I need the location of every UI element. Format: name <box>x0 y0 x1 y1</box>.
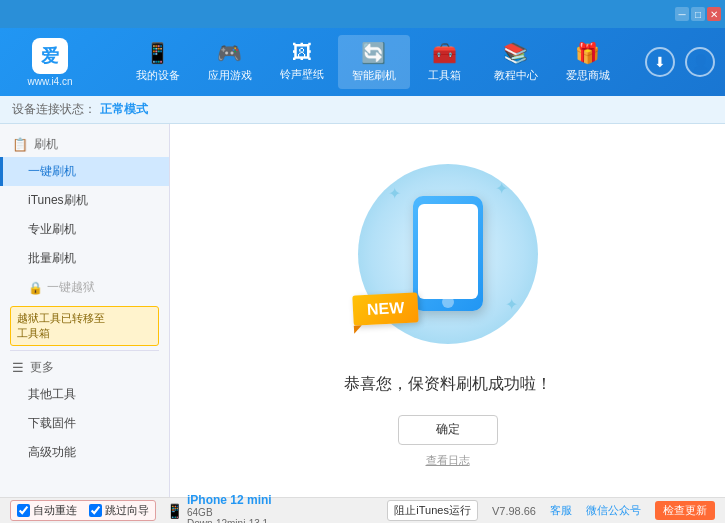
header: 爱 www.i4.cn 📱 我的设备 🎮 应用游戏 🖼 铃声壁纸 🔄 智能刷机 … <box>0 28 725 96</box>
sidebar-item-pro-flash[interactable]: 专业刷机 <box>0 215 169 244</box>
phone-home-button <box>442 296 454 308</box>
nav-items: 📱 我的设备 🎮 应用游戏 🖼 铃声壁纸 🔄 智能刷机 🧰 工具箱 📚 教程中心… <box>100 35 645 89</box>
tutorial-label: 教程中心 <box>494 68 538 83</box>
new-badge: NEW <box>352 292 419 325</box>
logo-icon: 爱 <box>32 38 68 74</box>
main-layout: 📋 刷机 一键刷机 iTunes刷机 专业刷机 批量刷机 🔒 一键越狱 越狱工具… <box>0 124 725 497</box>
device-info: iPhone 12 mini 64GB Down-12mini-13,1 <box>187 493 272 524</box>
nav-my-device[interactable]: 📱 我的设备 <box>122 35 194 89</box>
wallpaper-label: 铃声壁纸 <box>280 67 324 82</box>
lock-icon: 🔒 <box>28 281 43 295</box>
nav-store[interactable]: 🎁 爱思商城 <box>552 35 624 89</box>
bottom-right: 阻止iTunes运行 V7.98.66 客服 微信公众号 检查更新 <box>387 500 715 521</box>
device-version: Down-12mini-13,1 <box>187 518 272 524</box>
support-link[interactable]: 客服 <box>550 503 572 518</box>
window-controls: ─ □ ✕ <box>675 7 721 21</box>
logo-url: www.i4.cn <box>27 76 72 87</box>
jailbreak-label: 一键越狱 <box>47 279 95 296</box>
sidebar-item-one-click-flash[interactable]: 一键刷机 <box>0 157 169 186</box>
sidebar-group-flash[interactable]: 📋 刷机 <box>0 132 169 157</box>
title-bar: ─ □ ✕ <box>0 0 725 28</box>
device-phone-icon: 📱 <box>166 503 183 519</box>
nav-right-actions: ⬇ 👤 <box>645 47 715 77</box>
phone-circle-bg: ✦ ✦ ✦ NEW <box>358 164 538 344</box>
sidebar: 📋 刷机 一键刷机 iTunes刷机 专业刷机 批量刷机 🔒 一键越狱 越狱工具… <box>0 124 170 497</box>
success-text: 恭喜您，保资料刷机成功啦！ <box>344 374 552 395</box>
store-icon: 🎁 <box>575 41 600 65</box>
apps-icon: 🎮 <box>217 41 242 65</box>
tutorial-icon: 📚 <box>503 41 528 65</box>
bottom-bar: 自动重连 跳过向导 📱 iPhone 12 mini 64GB Down-12m… <box>0 497 725 523</box>
smart-flash-icon: 🔄 <box>361 41 386 65</box>
sidebar-divider <box>10 350 159 351</box>
content-area: ✦ ✦ ✦ NEW 恭喜您，保资料刷机成功啦！ 确定 查看日志 <box>170 124 725 497</box>
status-label: 设备连接状态： <box>12 101 96 118</box>
my-device-label: 我的设备 <box>136 68 180 83</box>
show-log-link[interactable]: 查看日志 <box>426 453 470 468</box>
sidebar-group-more[interactable]: ☰ 更多 <box>0 355 169 380</box>
toolbox-label: 工具箱 <box>428 68 461 83</box>
logo[interactable]: 爱 www.i4.cn <box>10 38 90 87</box>
sparkle-icon-1: ✦ <box>388 184 401 203</box>
bottom-left: 自动重连 跳过向导 📱 iPhone 12 mini 64GB Down-12m… <box>10 493 272 524</box>
status-bar: 设备连接状态： 正常模式 <box>0 96 725 124</box>
flash-group-icon: 📋 <box>12 137 28 152</box>
toolbox-icon: 🧰 <box>432 41 457 65</box>
smart-flash-label: 智能刷机 <box>352 68 396 83</box>
store-label: 爱思商城 <box>566 68 610 83</box>
wechat-link[interactable]: 微信公众号 <box>586 503 641 518</box>
auto-reconnect-label: 自动重连 <box>33 503 77 518</box>
phone-illustration: ✦ ✦ ✦ NEW <box>348 154 548 354</box>
user-button[interactable]: 👤 <box>685 47 715 77</box>
sidebar-item-other-tools[interactable]: 其他工具 <box>0 380 169 409</box>
update-button[interactable]: 检查更新 <box>655 501 715 520</box>
sidebar-item-advanced[interactable]: 高级功能 <box>0 438 169 467</box>
nav-wallpaper[interactable]: 🖼 铃声壁纸 <box>266 35 338 89</box>
skip-wizard-checkbox[interactable]: 跳过向导 <box>89 503 149 518</box>
nav-apps[interactable]: 🎮 应用游戏 <box>194 35 266 89</box>
minimize-button[interactable]: ─ <box>675 7 689 21</box>
nav-smart-flash[interactable]: 🔄 智能刷机 <box>338 35 410 89</box>
sidebar-item-batch-flash[interactable]: 批量刷机 <box>0 244 169 273</box>
auto-reconnect-checkbox[interactable]: 自动重连 <box>17 503 77 518</box>
apps-label: 应用游戏 <box>208 68 252 83</box>
more-group-icon: ☰ <box>12 360 24 375</box>
sidebar-item-itunes-flash[interactable]: iTunes刷机 <box>0 186 169 215</box>
restore-button[interactable]: □ <box>691 7 705 21</box>
nav-tutorial[interactable]: 📚 教程中心 <box>480 35 552 89</box>
device-name: iPhone 12 mini <box>187 493 272 507</box>
sidebar-notice: 越狱工具已转移至 工具箱 <box>10 306 159 346</box>
confirm-button[interactable]: 确定 <box>398 415 498 445</box>
close-button[interactable]: ✕ <box>707 7 721 21</box>
my-device-icon: 📱 <box>145 41 170 65</box>
status-value: 正常模式 <box>100 101 148 118</box>
checkbox-group: 自动重连 跳过向导 <box>10 500 156 521</box>
skip-wizard-label: 跳过向导 <box>105 503 149 518</box>
itunes-status-button[interactable]: 阻止iTunes运行 <box>387 500 478 521</box>
download-button[interactable]: ⬇ <box>645 47 675 77</box>
phone-body <box>413 196 483 311</box>
sidebar-item-jailbreak: 🔒 一键越狱 <box>0 273 169 302</box>
skip-wizard-input[interactable] <box>89 504 102 517</box>
wallpaper-icon: 🖼 <box>292 41 312 64</box>
flash-group-label: 刷机 <box>34 136 58 153</box>
version-text: V7.98.66 <box>492 505 536 517</box>
phone-screen <box>418 204 478 299</box>
more-group-label: 更多 <box>30 359 54 376</box>
sparkle-icon-3: ✦ <box>505 295 518 314</box>
nav-toolbox[interactable]: 🧰 工具箱 <box>410 35 480 89</box>
auto-reconnect-input[interactable] <box>17 504 30 517</box>
sidebar-item-download-firmware[interactable]: 下载固件 <box>0 409 169 438</box>
device-storage: 64GB <box>187 507 272 518</box>
sparkle-icon-2: ✦ <box>495 179 508 198</box>
device-info-container: 📱 iPhone 12 mini 64GB Down-12mini-13,1 <box>166 493 272 524</box>
